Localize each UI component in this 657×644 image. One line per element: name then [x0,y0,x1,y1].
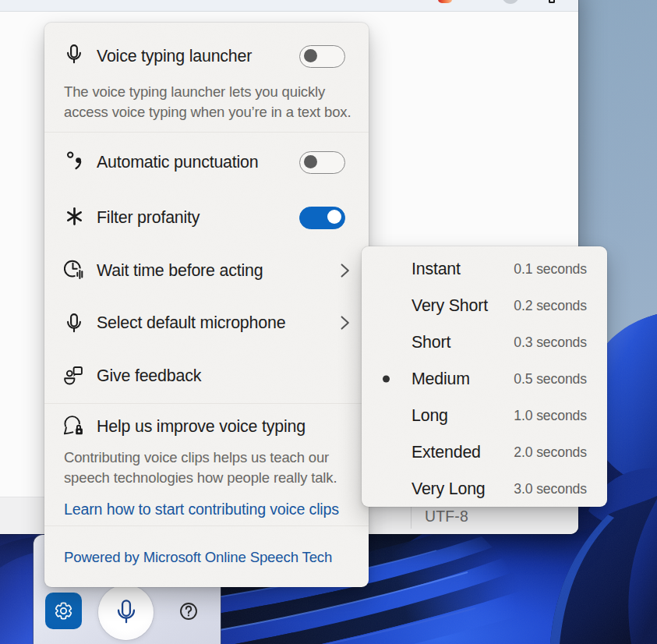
improve-title: Help us improve voice typing [97,417,306,437]
launcher-label: Voice typing launcher [97,47,252,66]
submenu-item-medium[interactable]: Medium 0.5 seconds [362,360,607,397]
launcher-toggle[interactable] [299,45,345,68]
row-voice-typing-launcher[interactable]: Voice typing launcher [44,34,369,79]
row-help-improve[interactable]: Help us improve voice typing [44,404,369,449]
section-divider [44,132,369,133]
submenu-item-label: Medium [412,369,470,388]
toggle-knob [304,49,318,63]
improve-description: Contributing voice clips helps us teach … [64,448,354,488]
submenu-item-label: Long [412,405,448,425]
submenu-item-value: 0.2 seconds [514,297,587,313]
profile-avatar-icon[interactable] [502,0,519,4]
submenu-item-label: Very Long [412,479,486,498]
browser-logo-icon[interactable] [438,0,452,3]
chevron-right-icon [341,316,350,330]
submenu-item-very-short[interactable]: Very Short 0.2 seconds [362,287,607,324]
submenu-item-label: Short [412,332,450,352]
status-separator [411,504,412,529]
toggle-knob [327,210,341,224]
microphone-icon [117,600,136,625]
microphone-icon [65,313,83,333]
item-label: Automatic punctuation [97,153,258,172]
chevron-right-icon [341,264,350,278]
help-icon [179,602,198,621]
submenu-item-value: 3.0 seconds [514,480,587,497]
row-filter-profanity[interactable]: Filter profanity [44,195,369,240]
submenu-item-extended[interactable]: Extended 2.0 seconds [362,433,607,470]
chat-lock-icon [64,416,83,437]
launcher-description: The voice typing launcher lets you quick… [64,82,354,122]
settings-button[interactable] [45,593,82,629]
clock-delay-icon [64,260,83,281]
punctuation-icon [65,152,83,172]
punctuation-toggle[interactable] [299,151,345,174]
submenu-item-value: 0.1 seconds [514,260,587,277]
item-label: Wait time before acting [97,261,263,281]
microphone-button[interactable] [98,585,154,640]
submenu-item-short[interactable]: Short 0.3 seconds [362,324,607,360]
submenu-item-label: Extended [412,442,481,462]
submenu-item-very-long[interactable]: Very Long 3.0 seconds [362,470,607,507]
row-wait-time[interactable]: Wait time before acting [44,248,369,293]
submenu-item-value: 1.0 seconds [514,407,587,423]
powered-by-link[interactable]: Powered by Microsoft Online Speech Tech [64,547,368,568]
submenu-item-value: 0.3 seconds [514,334,587,350]
submenu-item-label: Very Short [412,295,488,315]
gear-icon [54,601,73,621]
row-give-feedback[interactable]: Give feedback [44,353,369,398]
submenu-item-label: Instant [412,259,461,278]
item-label: Select default microphone [97,313,285,333]
selected-bullet [383,375,390,382]
item-label: Give feedback [97,366,201,386]
asterisk-icon [65,207,83,228]
submenu-item-value: 0.5 seconds [514,370,587,387]
submenu-item-instant[interactable]: Instant 0.1 seconds [362,250,607,287]
profanity-toggle[interactable] [299,207,345,229]
feedback-icon [64,366,83,386]
extension-icon[interactable] [549,0,555,3]
microphone-icon [65,46,83,66]
item-label: Filter profanity [97,208,200,228]
window-top-strip [0,0,578,12]
submenu-item-long[interactable]: Long 1.0 seconds [362,397,607,433]
voice-typing-settings-flyout: Voice typing launcher The voice typing l… [44,23,369,587]
row-default-microphone[interactable]: Select default microphone [44,300,369,345]
row-automatic-punctuation[interactable]: Automatic punctuation [44,140,369,185]
toggle-knob [304,155,318,169]
footer-divider [44,525,369,526]
learn-more-link[interactable]: Learn how to start contributing voice cl… [64,499,354,519]
wait-time-submenu: Instant 0.1 seconds Very Short 0.2 secon… [362,246,607,507]
submenu-item-value: 2.0 seconds [514,444,587,460]
help-button[interactable] [178,600,200,622]
